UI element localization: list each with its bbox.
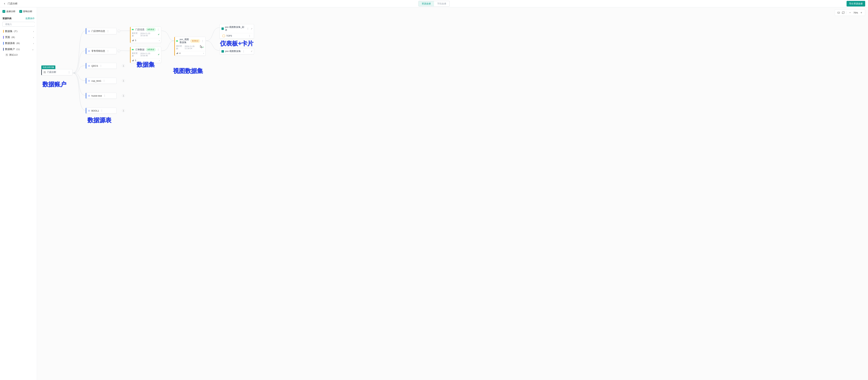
plus-icon xyxy=(860,11,863,14)
keyboard-icon xyxy=(837,11,840,14)
dashboard-name: poc-视图数据集 xyxy=(225,50,241,53)
checkbox-lineage[interactable]: ✓ 血缘分析 xyxy=(2,10,16,13)
updated-time: 2024-11-25 18:16:43 xyxy=(140,32,157,37)
node-more-button[interactable]: ⋮ xyxy=(67,71,71,74)
node-more-button[interactable]: ⋮ xyxy=(242,50,245,53)
label-viewdataset: 视图数据集 xyxy=(173,67,203,75)
dataset-name: 订单数据 xyxy=(135,48,145,51)
tree-item[interactable]: 页面（8）› xyxy=(2,34,35,40)
dataset-node[interactable]: 门店信息 抽取数据 ⋮ 最近更新: 2024-11-25 18:16:43 ✔ … xyxy=(130,27,161,43)
page-header: 门店分析 资源血缘 字段血缘 导出资源血缘 xyxy=(0,0,868,7)
bulk-action-link[interactable]: 批量操作 xyxy=(26,17,35,20)
source-table-node[interactable]: BOOL1 ⋮ 1 xyxy=(86,108,117,114)
card-name: TOP3 xyxy=(226,35,232,37)
status-ok-icon: ✔ xyxy=(158,33,160,36)
current-node-tag: 当前分析对象 xyxy=(41,65,55,69)
lineage-canvas[interactable]: 75% xyxy=(37,7,868,380)
minimap-button[interactable] xyxy=(841,10,845,15)
canvas-toolbar: 75% xyxy=(835,9,865,16)
export-button[interactable]: 导出资源血缘 xyxy=(846,1,865,6)
minus-icon xyxy=(849,11,851,14)
expand-button[interactable]: › xyxy=(159,59,160,62)
dashboard-node[interactable]: poc-视图数据集 ⋮ ⤢ xyxy=(220,48,254,54)
node-more-button[interactable]: ⋮ xyxy=(201,39,204,42)
svg-rect-2 xyxy=(838,12,840,13)
node-more-button[interactable]: ⋮ xyxy=(103,94,106,97)
node-more-button[interactable]: ⋮ xyxy=(248,34,251,37)
account-icon: 段 xyxy=(43,71,46,74)
view-dataset-count: 4 xyxy=(179,52,181,55)
chart-icon xyxy=(176,52,178,54)
chevron-left-icon xyxy=(3,2,6,5)
child-count-badge: 1 xyxy=(122,79,125,82)
tab-field-lineage[interactable]: 字段血缘 xyxy=(434,1,450,6)
table-node-name: BOOL1 xyxy=(91,110,99,112)
svg-rect-40 xyxy=(178,52,178,54)
tree-item[interactable]: 数据源表（6）› xyxy=(2,40,35,46)
root-node-name: 门店分析 xyxy=(47,71,66,74)
node-more-button[interactable]: ⋮ xyxy=(102,79,106,82)
table-icon xyxy=(88,80,90,82)
node-more-button[interactable]: ⋮ xyxy=(106,50,110,52)
node-more-button[interactable]: ⋮ xyxy=(106,30,110,33)
dataset-icon xyxy=(132,49,134,51)
expand-collapse-button[interactable]: ⤢ xyxy=(251,50,252,52)
chart-icon xyxy=(132,59,134,62)
dashboard-icon xyxy=(221,50,224,53)
sidebar: ✓ 血缘分析 ✓ 影响分析 资源列表 批量操作 数据集（7）›页面（8）›数据源… xyxy=(0,7,37,380)
node-more-button[interactable]: ⋮ xyxy=(99,64,103,67)
svg-rect-31 xyxy=(133,40,133,41)
source-table-node[interactable]: 零售明细信息 ⋮ − xyxy=(86,48,117,54)
resource-list-title: 资源列表 xyxy=(2,17,11,20)
table-node-name: 门店资料信息 xyxy=(91,30,105,33)
check-icon: ✓ xyxy=(19,10,22,13)
label-dashcard: 仪表板+卡片 xyxy=(220,39,253,48)
account-icon: 段 xyxy=(6,54,8,56)
tree-sub-item[interactable]: 段测试113 xyxy=(2,52,35,58)
zoom-in-button[interactable] xyxy=(859,10,864,15)
checkbox-impact[interactable]: ✓ 影响分析 xyxy=(19,10,32,13)
updated-label: 最近更新: xyxy=(132,52,140,57)
tree-item[interactable]: 数据账户（1）⌄ xyxy=(2,46,35,52)
table-node-name: QDCS xyxy=(91,64,98,67)
search-input[interactable] xyxy=(5,23,35,26)
mouse-cursor xyxy=(200,45,203,48)
table-icon xyxy=(88,65,90,67)
dashboard-card-item[interactable]: TOP3⋮ xyxy=(221,33,253,38)
collapse-button[interactable]: − xyxy=(117,30,120,33)
expand-button[interactable]: › xyxy=(203,52,204,55)
root-node[interactable]: 当前分析对象 段 门店分析 ⋮ xyxy=(41,69,72,75)
expand-button[interactable]: › xyxy=(159,39,160,42)
collapse-button[interactable]: − xyxy=(117,50,120,52)
svg-rect-29 xyxy=(132,29,134,30)
node-more-button[interactable]: ⋮ xyxy=(246,27,250,30)
node-more-button[interactable]: ⋮ xyxy=(157,48,160,51)
node-more-button[interactable]: ⋮ xyxy=(157,28,160,31)
zoom-out-button[interactable] xyxy=(848,10,852,15)
source-table-node[interactable]: 门店资料信息 ⋮ − xyxy=(86,28,117,34)
svg-rect-39 xyxy=(177,53,177,54)
svg-rect-34 xyxy=(132,60,132,61)
chevron-icon: › xyxy=(33,36,34,39)
node-more-button[interactable]: ⋮ xyxy=(100,109,103,112)
expand-collapse-button[interactable]: ⤢ xyxy=(251,28,252,30)
keyboard-shortcut-button[interactable] xyxy=(836,10,841,15)
source-table-node[interactable]: cup_test1 ⋮ 1 xyxy=(86,78,117,84)
status-ok-icon: ✔ xyxy=(158,53,160,56)
svg-rect-32 xyxy=(133,39,134,41)
svg-rect-36 xyxy=(133,60,134,61)
table-node-name: cup_test1 xyxy=(91,80,101,82)
table-icon xyxy=(88,30,90,32)
dashboard-node[interactable]: poc-视图数据集_副本 ⋮ ⤢ TOP3⋮ xyxy=(220,24,254,39)
svg-rect-37 xyxy=(176,40,178,42)
tab-resource-lineage[interactable]: 资源血缘 xyxy=(418,1,434,6)
chart-icon xyxy=(132,39,134,41)
back-button[interactable] xyxy=(3,2,6,5)
updated-time: 2024-11-25 18:05:46 xyxy=(140,52,157,57)
source-table-node[interactable]: QDCS ⋮ 1 xyxy=(86,63,117,69)
source-table-node[interactable]: huixie-test ⋮ 1 xyxy=(86,93,117,99)
tree-item[interactable]: 数据集（7）› xyxy=(2,28,35,34)
search-box[interactable] xyxy=(2,22,35,27)
tree-item-label: 数据集（7） xyxy=(5,30,19,33)
tree-sub-label: 测试113 xyxy=(9,53,18,56)
